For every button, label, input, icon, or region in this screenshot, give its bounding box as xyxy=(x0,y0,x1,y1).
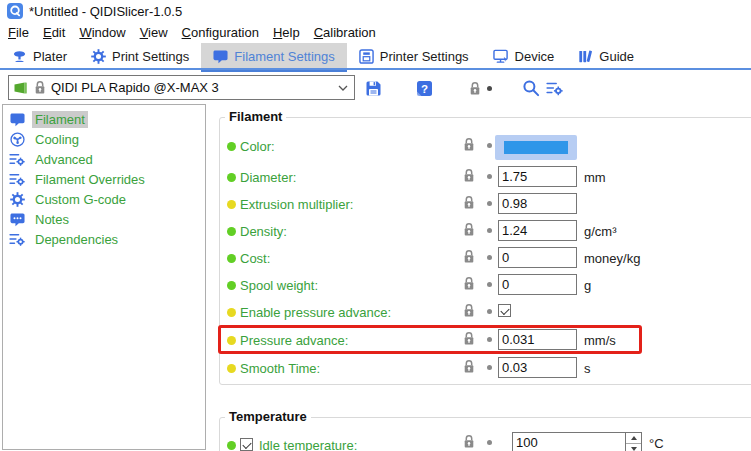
tab-device[interactable]: Device xyxy=(481,43,567,70)
lock-icon[interactable] xyxy=(463,331,475,346)
lock-icon[interactable] xyxy=(463,137,475,152)
modified-value-bullet xyxy=(227,364,236,373)
lock-icon xyxy=(34,80,46,95)
unit-label: g/cm³ xyxy=(584,224,617,239)
sidebar-item-label: Filament xyxy=(32,111,88,128)
list-gear-icon xyxy=(9,232,25,247)
idle-temperature-spinner[interactable]: 100 xyxy=(512,432,642,451)
lock-icon[interactable] xyxy=(463,222,475,237)
group-title: Filament xyxy=(225,109,286,124)
revert-dot[interactable] xyxy=(487,228,492,233)
gear-icon xyxy=(9,192,25,207)
system-value-bullet xyxy=(227,441,236,450)
spin-up-button[interactable] xyxy=(626,433,641,444)
diameter-input[interactable] xyxy=(498,166,577,187)
revert-dot[interactable] xyxy=(487,440,492,445)
sidebar-item-filament[interactable]: Filament xyxy=(3,109,205,129)
tab-label: Print Settings xyxy=(112,49,189,64)
spool-weight-input[interactable] xyxy=(498,274,577,295)
spinner-buttons xyxy=(625,433,641,451)
fan-icon xyxy=(9,132,25,147)
param-label-idle-temperature: Idle temperature: xyxy=(259,438,357,451)
modified-value-bullet xyxy=(227,308,236,317)
lock-icon[interactable] xyxy=(463,276,475,291)
cost-input[interactable] xyxy=(498,247,577,268)
guide-icon xyxy=(578,49,593,64)
preset-toolbar: QIDI PLA Rapido @X-MAX 3 ? xyxy=(0,70,751,104)
compare-presets-button[interactable] xyxy=(544,78,564,98)
tab-printer-settings[interactable]: Printer Settings xyxy=(347,43,481,70)
tab-print-settings[interactable]: Print Settings xyxy=(79,43,201,70)
lock-icon[interactable] xyxy=(463,303,475,318)
menu-calibration[interactable]: Calibration xyxy=(307,23,383,42)
system-value-bullet xyxy=(227,173,236,182)
sidebar-item-filament-overrides[interactable]: Filament Overrides xyxy=(3,169,205,189)
spin-down-button[interactable] xyxy=(626,444,641,451)
system-value-bullet xyxy=(227,254,236,263)
sidebar-item-notes[interactable]: Notes xyxy=(3,209,205,229)
tab-guide[interactable]: Guide xyxy=(566,43,646,70)
revert-dot[interactable] xyxy=(487,365,492,370)
tab-label: Guide xyxy=(599,49,634,64)
tab-plater[interactable]: Plater xyxy=(0,43,79,70)
tab-filament-settings[interactable]: Filament Settings xyxy=(201,43,346,70)
revert-dot[interactable] xyxy=(487,255,492,260)
help-button[interactable]: ? xyxy=(414,78,434,98)
unit-label: money/kg xyxy=(584,251,640,266)
sidebar-item-dependencies[interactable]: Dependencies xyxy=(3,229,205,249)
window-title: *Untitled - QIDISlicer-1.0.5 xyxy=(29,4,182,19)
printer-icon xyxy=(359,49,374,64)
revert-dot[interactable] xyxy=(487,282,492,287)
qidislicer-window: *Untitled - QIDISlicer-1.0.5 File Edit W… xyxy=(0,0,751,451)
lock-icon[interactable] xyxy=(463,168,475,183)
param-label-spool-weight: Spool weight: xyxy=(240,278,318,293)
idle-temperature-checkbox[interactable] xyxy=(240,438,253,451)
sidebar-item-custom-gcode[interactable]: Custom G-code xyxy=(3,189,205,209)
filament-bubble-icon xyxy=(9,112,25,127)
revert-dot[interactable] xyxy=(487,201,492,206)
menu-file[interactable]: File xyxy=(1,23,36,42)
revert-dot[interactable] xyxy=(487,309,492,314)
unit-label: mm xyxy=(584,170,606,185)
tab-label: Plater xyxy=(33,49,67,64)
smooth-time-input[interactable] xyxy=(498,357,577,378)
search-button[interactable] xyxy=(521,78,541,98)
menu-window[interactable]: Window xyxy=(72,23,132,42)
sidebar-item-label: Cooling xyxy=(32,131,82,148)
sidebar-item-label: Filament Overrides xyxy=(32,171,148,188)
param-label-pressure-advance: Pressure advance: xyxy=(240,333,348,348)
lock-icon[interactable] xyxy=(463,249,475,264)
color-picker-field[interactable] xyxy=(495,135,577,160)
lock-icon[interactable] xyxy=(463,434,475,449)
system-value-bullet xyxy=(227,281,236,290)
sidebar-item-cooling[interactable]: Cooling xyxy=(3,129,205,149)
lock-icon[interactable] xyxy=(463,195,475,210)
sidebar-item-advanced[interactable]: Advanced xyxy=(3,149,205,169)
menu-configuration[interactable]: Configuration xyxy=(175,23,266,42)
lock-settings-button[interactable] xyxy=(465,78,485,98)
density-input[interactable] xyxy=(498,220,577,241)
color-swatch xyxy=(504,141,568,154)
preset-combobox[interactable]: QIDI PLA Rapido @X-MAX 3 xyxy=(8,75,355,100)
search-icon xyxy=(522,79,540,97)
gear-icon xyxy=(91,49,106,64)
chevron-down-icon[interactable] xyxy=(338,85,348,91)
revert-dot[interactable] xyxy=(487,337,492,342)
extrusion-multiplier-input[interactable] xyxy=(498,193,577,214)
save-preset-button[interactable] xyxy=(363,78,383,98)
menu-edit[interactable]: Edit xyxy=(36,23,72,42)
plater-icon xyxy=(12,49,27,64)
pressure-advance-input[interactable] xyxy=(498,329,577,350)
menu-help[interactable]: Help xyxy=(266,23,307,42)
lock-icon[interactable] xyxy=(463,359,475,374)
enable-pressure-advance-checkbox[interactable] xyxy=(498,304,511,317)
revert-dot[interactable] xyxy=(487,174,492,179)
param-label-enable-pressure-advance: Enable pressure advance: xyxy=(240,305,391,320)
menu-view[interactable]: View xyxy=(133,23,175,42)
unit-label: s xyxy=(584,361,591,376)
svg-text:?: ? xyxy=(420,82,427,94)
revert-dot[interactable] xyxy=(487,143,492,148)
param-label-color: Color: xyxy=(240,139,275,154)
value-revert-dot[interactable] xyxy=(487,86,492,91)
sidebar-item-label: Notes xyxy=(32,211,72,228)
